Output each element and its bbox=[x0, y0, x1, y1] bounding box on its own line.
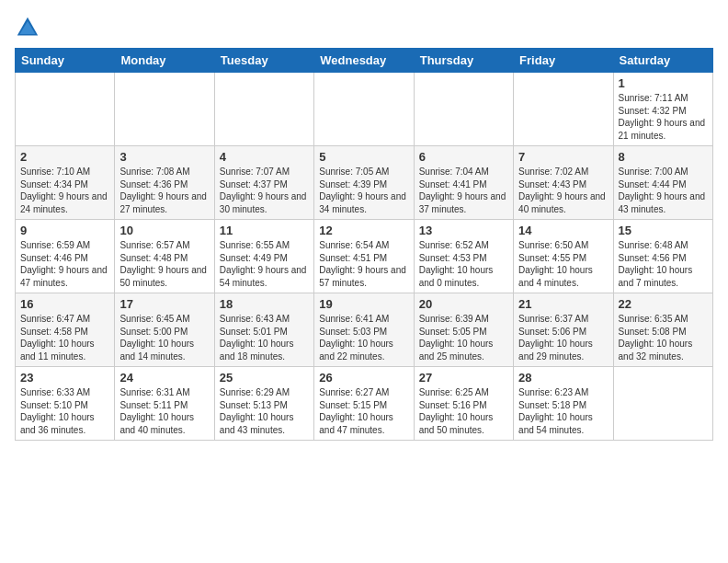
day-cell: 24Sunrise: 6:31 AM Sunset: 5:11 PM Dayli… bbox=[115, 367, 214, 441]
weekday-header-tuesday: Tuesday bbox=[214, 49, 313, 73]
day-number: 1 bbox=[619, 76, 708, 90]
day-cell: 14Sunrise: 6:50 AM Sunset: 4:55 PM Dayli… bbox=[514, 220, 613, 293]
day-cell: 19Sunrise: 6:41 AM Sunset: 5:03 PM Dayli… bbox=[314, 293, 414, 367]
day-cell bbox=[115, 73, 214, 146]
day-cell: 9Sunrise: 6:59 AM Sunset: 4:46 PM Daylig… bbox=[16, 220, 115, 293]
day-info: Sunrise: 7:02 AM Sunset: 4:43 PM Dayligh… bbox=[518, 166, 608, 215]
day-cell bbox=[414, 73, 513, 146]
day-number: 8 bbox=[619, 150, 708, 164]
day-info: Sunrise: 6:37 AM Sunset: 5:06 PM Dayligh… bbox=[518, 313, 608, 362]
day-number: 25 bbox=[220, 371, 309, 385]
day-cell: 22Sunrise: 6:35 AM Sunset: 5:08 PM Dayli… bbox=[613, 293, 712, 367]
day-info: Sunrise: 6:35 AM Sunset: 5:08 PM Dayligh… bbox=[619, 313, 708, 362]
day-info: Sunrise: 6:39 AM Sunset: 5:05 PM Dayligh… bbox=[419, 313, 508, 362]
day-cell bbox=[613, 367, 712, 441]
weekday-header-thursday: Thursday bbox=[414, 49, 513, 73]
day-cell bbox=[314, 73, 414, 146]
weekday-header-saturday: Saturday bbox=[613, 49, 712, 73]
day-number: 22 bbox=[619, 297, 708, 311]
day-cell: 17Sunrise: 6:45 AM Sunset: 5:00 PM Dayli… bbox=[115, 293, 214, 367]
day-cell: 1Sunrise: 7:11 AM Sunset: 4:32 PM Daylig… bbox=[613, 73, 712, 146]
day-info: Sunrise: 6:27 AM Sunset: 5:15 PM Dayligh… bbox=[319, 386, 408, 436]
day-number: 24 bbox=[119, 371, 209, 385]
day-cell: 23Sunrise: 6:33 AM Sunset: 5:10 PM Dayli… bbox=[16, 367, 115, 441]
day-cell: 11Sunrise: 6:55 AM Sunset: 4:49 PM Dayli… bbox=[214, 220, 313, 293]
day-number: 20 bbox=[419, 297, 508, 311]
day-info: Sunrise: 6:41 AM Sunset: 5:03 PM Dayligh… bbox=[319, 313, 408, 362]
day-info: Sunrise: 6:29 AM Sunset: 5:13 PM Dayligh… bbox=[220, 386, 309, 436]
day-cell: 28Sunrise: 6:23 AM Sunset: 5:18 PM Dayli… bbox=[514, 367, 613, 441]
day-info: Sunrise: 7:04 AM Sunset: 4:41 PM Dayligh… bbox=[419, 166, 508, 215]
day-number: 2 bbox=[20, 150, 109, 164]
week-row-4: 16Sunrise: 6:47 AM Sunset: 4:58 PM Dayli… bbox=[16, 293, 713, 367]
day-cell: 4Sunrise: 7:07 AM Sunset: 4:37 PM Daylig… bbox=[214, 146, 313, 220]
weekday-header-wednesday: Wednesday bbox=[314, 49, 414, 73]
day-number: 21 bbox=[518, 297, 608, 311]
day-info: Sunrise: 7:05 AM Sunset: 4:39 PM Dayligh… bbox=[319, 166, 408, 215]
weekday-header-monday: Monday bbox=[115, 49, 214, 73]
day-info: Sunrise: 6:57 AM Sunset: 4:48 PM Dayligh… bbox=[119, 239, 209, 289]
day-number: 6 bbox=[419, 150, 508, 164]
day-number: 13 bbox=[419, 224, 508, 237]
day-cell: 27Sunrise: 6:25 AM Sunset: 5:16 PM Dayli… bbox=[414, 367, 513, 441]
day-cell bbox=[16, 73, 115, 146]
day-cell: 15Sunrise: 6:48 AM Sunset: 4:56 PM Dayli… bbox=[613, 220, 712, 293]
weekday-header-row: SundayMondayTuesdayWednesdayThursdayFrid… bbox=[16, 49, 713, 73]
weekday-header-friday: Friday bbox=[514, 49, 613, 73]
week-row-3: 9Sunrise: 6:59 AM Sunset: 4:46 PM Daylig… bbox=[16, 220, 713, 293]
day-cell: 26Sunrise: 6:27 AM Sunset: 5:15 PM Dayli… bbox=[314, 367, 414, 441]
day-info: Sunrise: 7:08 AM Sunset: 4:36 PM Dayligh… bbox=[119, 166, 209, 215]
day-cell: 8Sunrise: 7:00 AM Sunset: 4:44 PM Daylig… bbox=[613, 146, 712, 220]
day-number: 14 bbox=[518, 224, 608, 237]
weekday-header-sunday: Sunday bbox=[16, 49, 115, 73]
day-number: 15 bbox=[619, 224, 708, 237]
day-info: Sunrise: 6:54 AM Sunset: 4:51 PM Dayligh… bbox=[319, 239, 408, 289]
day-number: 5 bbox=[319, 150, 408, 164]
day-number: 11 bbox=[220, 224, 309, 237]
day-info: Sunrise: 6:47 AM Sunset: 4:58 PM Dayligh… bbox=[20, 313, 109, 362]
day-number: 17 bbox=[119, 297, 209, 311]
day-number: 27 bbox=[419, 371, 508, 385]
day-info: Sunrise: 6:33 AM Sunset: 5:10 PM Dayligh… bbox=[20, 386, 109, 436]
day-cell: 6Sunrise: 7:04 AM Sunset: 4:41 PM Daylig… bbox=[414, 146, 513, 220]
day-number: 10 bbox=[119, 224, 209, 237]
day-number: 3 bbox=[119, 150, 209, 164]
day-cell: 10Sunrise: 6:57 AM Sunset: 4:48 PM Dayli… bbox=[115, 220, 214, 293]
day-number: 9 bbox=[20, 224, 109, 237]
day-number: 18 bbox=[220, 297, 309, 311]
day-info: Sunrise: 7:11 AM Sunset: 4:32 PM Dayligh… bbox=[619, 92, 708, 142]
calendar-table: SundayMondayTuesdayWednesdayThursdayFrid… bbox=[15, 48, 713, 441]
day-cell: 3Sunrise: 7:08 AM Sunset: 4:36 PM Daylig… bbox=[115, 146, 214, 220]
day-cell: 2Sunrise: 7:10 AM Sunset: 4:34 PM Daylig… bbox=[16, 146, 115, 220]
logo bbox=[15, 15, 44, 40]
day-number: 23 bbox=[20, 371, 109, 385]
day-cell: 12Sunrise: 6:54 AM Sunset: 4:51 PM Dayli… bbox=[314, 220, 414, 293]
day-info: Sunrise: 6:43 AM Sunset: 5:01 PM Dayligh… bbox=[220, 313, 309, 362]
day-info: Sunrise: 6:31 AM Sunset: 5:11 PM Dayligh… bbox=[119, 386, 209, 436]
day-cell: 13Sunrise: 6:52 AM Sunset: 4:53 PM Dayli… bbox=[414, 220, 513, 293]
page-header bbox=[15, 15, 713, 40]
week-row-1: 1Sunrise: 7:11 AM Sunset: 4:32 PM Daylig… bbox=[16, 73, 713, 146]
day-info: Sunrise: 6:52 AM Sunset: 4:53 PM Dayligh… bbox=[419, 239, 508, 289]
day-number: 19 bbox=[319, 297, 408, 311]
day-number: 28 bbox=[518, 371, 608, 385]
logo-icon bbox=[15, 15, 40, 40]
day-number: 26 bbox=[319, 371, 408, 385]
day-info: Sunrise: 7:00 AM Sunset: 4:44 PM Dayligh… bbox=[619, 166, 708, 215]
day-cell: 25Sunrise: 6:29 AM Sunset: 5:13 PM Dayli… bbox=[214, 367, 313, 441]
day-info: Sunrise: 6:50 AM Sunset: 4:55 PM Dayligh… bbox=[518, 239, 608, 289]
day-cell: 16Sunrise: 6:47 AM Sunset: 4:58 PM Dayli… bbox=[16, 293, 115, 367]
day-cell: 20Sunrise: 6:39 AM Sunset: 5:05 PM Dayli… bbox=[414, 293, 513, 367]
day-cell: 18Sunrise: 6:43 AM Sunset: 5:01 PM Dayli… bbox=[214, 293, 313, 367]
day-info: Sunrise: 7:10 AM Sunset: 4:34 PM Dayligh… bbox=[20, 166, 109, 215]
day-cell bbox=[214, 73, 313, 146]
day-info: Sunrise: 6:59 AM Sunset: 4:46 PM Dayligh… bbox=[20, 239, 109, 289]
week-row-5: 23Sunrise: 6:33 AM Sunset: 5:10 PM Dayli… bbox=[16, 367, 713, 441]
day-cell bbox=[514, 73, 613, 146]
day-number: 4 bbox=[220, 150, 309, 164]
day-number: 7 bbox=[518, 150, 608, 164]
day-info: Sunrise: 6:23 AM Sunset: 5:18 PM Dayligh… bbox=[518, 386, 608, 436]
day-info: Sunrise: 6:25 AM Sunset: 5:16 PM Dayligh… bbox=[419, 386, 508, 436]
day-info: Sunrise: 6:48 AM Sunset: 4:56 PM Dayligh… bbox=[619, 239, 708, 289]
day-cell: 7Sunrise: 7:02 AM Sunset: 4:43 PM Daylig… bbox=[514, 146, 613, 220]
